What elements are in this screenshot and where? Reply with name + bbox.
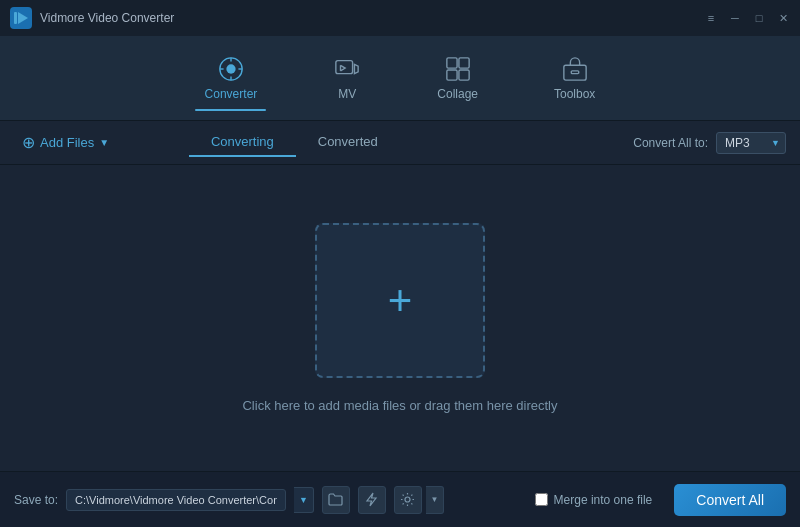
bottom-bar: Save to: ▼ ▼ Merge into one file Convert…: [0, 471, 800, 527]
nav-item-collage[interactable]: Collage: [419, 47, 496, 109]
title-bar-controls: ≡ ─ □ ✕: [704, 11, 790, 25]
collage-icon: [444, 55, 472, 83]
svg-rect-2: [14, 12, 17, 24]
nav-bar: Converter MV Collage: [0, 36, 800, 121]
svg-point-18: [405, 497, 410, 502]
mv-icon: [333, 55, 361, 83]
nav-item-toolbox[interactable]: Toolbox: [536, 47, 613, 109]
title-bar-left: Vidmore Video Converter: [10, 7, 174, 29]
minimize-button[interactable]: ─: [728, 11, 742, 25]
add-files-button[interactable]: ⊕ Add Files ▼: [14, 129, 117, 156]
add-files-dropdown-icon: ▼: [99, 137, 109, 148]
maximize-button[interactable]: □: [752, 11, 766, 25]
toolbox-label: Toolbox: [554, 87, 595, 101]
format-select[interactable]: MP3 MP4 MKV AVI MOV AAC FLAC WAV: [716, 132, 786, 154]
tab-converting[interactable]: Converting: [189, 128, 296, 157]
converter-label: Converter: [205, 87, 258, 101]
open-folder-button[interactable]: [322, 486, 350, 514]
nav-item-mv[interactable]: MV: [315, 47, 379, 109]
app-logo-icon: [10, 7, 32, 29]
merge-container: Merge into one file: [535, 493, 653, 507]
svg-marker-10: [355, 64, 359, 73]
drop-hint-text: Click here to add media files or drag th…: [242, 398, 557, 413]
toolbar: ⊕ Add Files ▼ Converting Converted Conve…: [0, 121, 800, 165]
nav-item-converter[interactable]: Converter: [187, 47, 276, 109]
title-bar: Vidmore Video Converter ≡ ─ □ ✕: [0, 0, 800, 36]
format-select-wrapper: MP3 MP4 MKV AVI MOV AAC FLAC WAV ▼: [716, 132, 786, 154]
drop-zone[interactable]: +: [315, 223, 485, 378]
mv-label: MV: [338, 87, 356, 101]
svg-rect-15: [459, 70, 469, 80]
main-content: + Click here to add media files or drag …: [0, 165, 800, 471]
close-button[interactable]: ✕: [776, 11, 790, 25]
app-title: Vidmore Video Converter: [40, 11, 174, 25]
svg-rect-14: [446, 70, 456, 80]
svg-rect-13: [459, 58, 469, 68]
collage-label: Collage: [437, 87, 478, 101]
settings-button[interactable]: [394, 486, 422, 514]
menu-button[interactable]: ≡: [704, 11, 718, 25]
convert-all-button[interactable]: Convert All: [674, 484, 786, 516]
add-files-plus-icon: ⊕: [22, 133, 35, 152]
drop-zone-plus-icon: +: [388, 280, 413, 322]
merge-checkbox[interactable]: [535, 493, 548, 506]
settings-dropdown-button[interactable]: ▼: [426, 486, 444, 514]
svg-rect-17: [571, 71, 578, 74]
svg-rect-16: [564, 65, 586, 80]
save-path-dropdown-button[interactable]: ▼: [294, 487, 314, 513]
svg-point-4: [226, 64, 235, 73]
add-files-label: Add Files: [40, 135, 94, 150]
svg-rect-12: [446, 58, 456, 68]
tab-group: Converting Converted: [189, 128, 400, 157]
lightning-button[interactable]: [358, 486, 386, 514]
merge-label[interactable]: Merge into one file: [554, 493, 653, 507]
convert-all-to-label: Convert All to:: [633, 136, 708, 150]
save-to-label: Save to:: [14, 493, 58, 507]
converter-icon: [217, 55, 245, 83]
save-path-input[interactable]: [66, 489, 286, 511]
toolbox-icon: [561, 55, 589, 83]
convert-all-to: Convert All to: MP3 MP4 MKV AVI MOV AAC …: [633, 132, 786, 154]
tab-converted[interactable]: Converted: [296, 128, 400, 157]
